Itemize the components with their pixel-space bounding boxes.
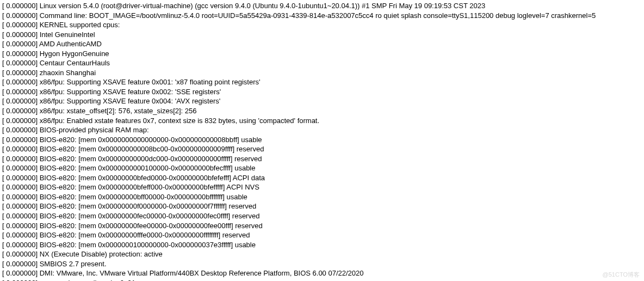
log-line: [ 0.000000] BIOS-e820: [mem 0x00000000bf… (2, 182, 642, 192)
log-line: [ 0.000000] Intel GenuineIntel (2, 30, 642, 40)
log-line: [ 0.000000] KERNEL supported cpus: (2, 20, 642, 30)
log-line: [ 0.000000] BIOS-e820: [mem 0x00000000fe… (2, 211, 642, 221)
log-line: [ 0.000000] BIOS-e820: [mem 0x0000000000… (2, 144, 642, 154)
log-line: [ 0.000000] zhaoxin Shanghai (2, 68, 642, 78)
log-line: [ 0.000000] SMBIOS 2.7 present. (2, 259, 642, 269)
log-line: [ 0.000000] AMD AuthenticAMD (2, 39, 642, 49)
log-line: [ 0.000000] Centaur CentaurHauls (2, 58, 642, 68)
log-line: [ 0.000000] BIOS-e820: [mem 0x00000000f0… (2, 201, 642, 211)
log-line: [ 0.000000] BIOS-e820: [mem 0x0000000100… (2, 240, 642, 250)
log-line: [ 0.000000] BIOS-e820: [mem 0x0000000000… (2, 135, 642, 145)
log-line: [ 0.000000] x86/fpu: Supporting XSAVE fe… (2, 87, 642, 97)
log-line: [ 0.000000] Linux version 5.4.0 (root@dr… (2, 1, 642, 11)
log-line: [ 0.000000] vmware: hypercall mode: 0x01 (2, 278, 642, 281)
log-line: [ 0.000000] BIOS-e820: [mem 0x0000000000… (2, 163, 642, 173)
log-line: [ 0.000000] x86/fpu: xstate_offset[2]: 5… (2, 106, 642, 116)
log-line: [ 0.000000] Command line: BOOT_IMAGE=/bo… (2, 11, 642, 21)
log-line: [ 0.000000] x86/fpu: Enabled xstate feat… (2, 116, 642, 126)
log-line: [ 0.000000] NX (Execute Disable) protect… (2, 249, 642, 259)
log-line: [ 0.000000] x86/fpu: Supporting XSAVE fe… (2, 77, 642, 87)
log-line: [ 0.000000] BIOS-e820: [mem 0x0000000000… (2, 154, 642, 164)
log-line: [ 0.000000] x86/fpu: Supporting XSAVE fe… (2, 96, 642, 106)
log-line: [ 0.000000] Hygon HygonGenuine (2, 49, 642, 59)
log-line: [ 0.000000] BIOS-e820: [mem 0x00000000fe… (2, 221, 642, 231)
log-line: [ 0.000000] DMI: VMware, Inc. VMware Vir… (2, 268, 642, 278)
log-line: [ 0.000000] BIOS-e820: [mem 0x00000000bf… (2, 173, 642, 183)
log-line: [ 0.000000] BIOS-provided physical RAM m… (2, 125, 642, 135)
log-line: [ 0.000000] BIOS-e820: [mem 0x00000000ff… (2, 230, 642, 240)
log-line: [ 0.000000] BIOS-e820: [mem 0x00000000bf… (2, 192, 642, 202)
dmesg-log-output: [ 0.000000] Linux version 5.4.0 (root@dr… (2, 1, 642, 281)
